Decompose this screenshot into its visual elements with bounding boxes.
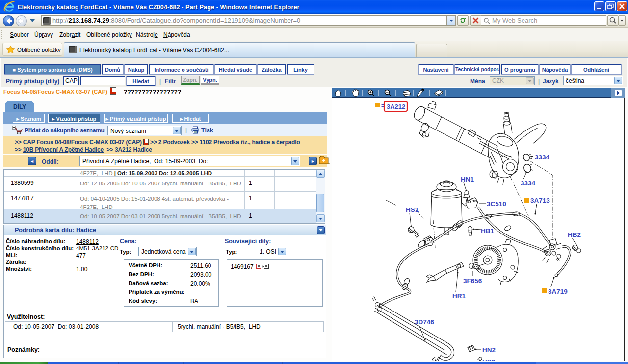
svg-text:HS1: HS1 (406, 206, 419, 213)
svg-text:HB1: HB1 (481, 227, 494, 234)
svg-text:HN2: HN2 (482, 346, 496, 354)
svg-text:3A713: 3A713 (530, 197, 550, 204)
svg-text:3D746: 3D746 (415, 318, 434, 326)
svg-text:HN1: HN1 (461, 176, 474, 183)
svg-text:3F656: 3F656 (463, 277, 482, 285)
svg-text:HB2: HB2 (568, 231, 581, 238)
svg-text:3334: 3334 (535, 154, 550, 161)
svg-text:3A212: 3A212 (387, 103, 405, 110)
svg-text:HS3: HS3 (482, 358, 496, 361)
svg-text:HR1: HR1 (452, 292, 466, 300)
svg-text:3A719: 3A719 (548, 288, 568, 295)
svg-text:3C510: 3C510 (487, 200, 506, 208)
svg-text:3334: 3334 (521, 180, 536, 187)
